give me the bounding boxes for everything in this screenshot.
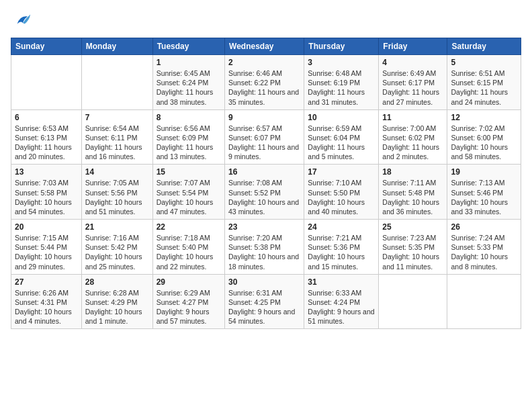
day-cell: 17Sunrise: 7:10 AM Sunset: 5:50 PM Dayli… (304, 165, 379, 220)
day-header-thursday: Thursday (304, 38, 379, 55)
day-cell: 21Sunrise: 7:16 AM Sunset: 5:42 PM Dayli… (81, 220, 152, 275)
day-cell: 25Sunrise: 7:23 AM Sunset: 5:35 PM Dayli… (379, 220, 447, 275)
day-info: Sunrise: 6:48 AM Sunset: 6:19 PM Dayligh… (308, 68, 375, 107)
day-info: Sunrise: 7:10 AM Sunset: 5:50 PM Dayligh… (308, 178, 375, 216)
day-header-sunday: Sunday (11, 38, 82, 55)
day-cell: 18Sunrise: 7:11 AM Sunset: 5:48 PM Dayli… (379, 165, 447, 220)
day-cell: 8Sunrise: 6:56 AM Sunset: 6:09 PM Daylig… (152, 109, 224, 165)
day-info: Sunrise: 7:13 AM Sunset: 5:46 PM Dayligh… (451, 178, 517, 216)
day-info: Sunrise: 7:07 AM Sunset: 5:54 PM Dayligh… (157, 178, 221, 216)
day-cell: 24Sunrise: 7:21 AM Sunset: 5:36 PM Dayli… (304, 220, 379, 275)
day-cell: 3Sunrise: 6:48 AM Sunset: 6:19 PM Daylig… (304, 55, 379, 110)
day-number: 28 (85, 277, 149, 287)
day-number: 22 (157, 222, 221, 232)
day-info: Sunrise: 7:21 AM Sunset: 5:36 PM Dayligh… (308, 233, 375, 271)
day-header-friday: Friday (379, 38, 447, 55)
day-cell: 16Sunrise: 7:08 AM Sunset: 5:52 PM Dayli… (225, 165, 304, 220)
week-row-3: 13Sunrise: 7:03 AM Sunset: 5:58 PM Dayli… (11, 165, 521, 220)
logo-bird-icon (13, 11, 32, 30)
day-cell (81, 55, 152, 110)
page-header (11, 11, 521, 30)
day-cell: 23Sunrise: 7:20 AM Sunset: 5:38 PM Dayli… (225, 220, 304, 275)
day-number: 11 (382, 113, 443, 122)
day-number: 9 (228, 113, 300, 122)
day-number: 24 (308, 222, 375, 232)
day-info: Sunrise: 7:00 AM Sunset: 6:02 PM Dayligh… (382, 124, 443, 162)
day-cell: 1Sunrise: 6:45 AM Sunset: 6:24 PM Daylig… (152, 55, 224, 110)
day-cell: 6Sunrise: 6:53 AM Sunset: 6:13 PM Daylig… (11, 109, 82, 165)
day-cell: 10Sunrise: 6:59 AM Sunset: 6:04 PM Dayli… (304, 109, 379, 165)
day-cell: 30Sunrise: 6:31 AM Sunset: 4:25 PM Dayli… (225, 274, 304, 329)
day-cell: 29Sunrise: 6:29 AM Sunset: 4:27 PM Dayli… (152, 274, 224, 329)
day-cell: 4Sunrise: 6:49 AM Sunset: 6:17 PM Daylig… (379, 55, 447, 110)
day-info: Sunrise: 7:05 AM Sunset: 5:56 PM Dayligh… (85, 178, 149, 216)
day-cell (11, 55, 82, 110)
day-info: Sunrise: 7:08 AM Sunset: 5:52 PM Dayligh… (228, 178, 300, 216)
day-header-saturday: Saturday (447, 38, 521, 55)
day-header-wednesday: Wednesday (225, 38, 304, 55)
day-number: 4 (382, 58, 443, 67)
day-number: 19 (451, 167, 517, 177)
day-info: Sunrise: 6:56 AM Sunset: 6:09 PM Dayligh… (157, 124, 221, 162)
day-number: 13 (15, 167, 78, 177)
day-info: Sunrise: 6:53 AM Sunset: 6:13 PM Dayligh… (15, 124, 78, 162)
day-cell: 12Sunrise: 7:02 AM Sunset: 6:00 PM Dayli… (447, 109, 521, 165)
day-info: Sunrise: 7:16 AM Sunset: 5:42 PM Dayligh… (85, 233, 149, 271)
calendar-header-row: SundayMondayTuesdayWednesdayThursdayFrid… (11, 38, 521, 55)
day-info: Sunrise: 6:31 AM Sunset: 4:25 PM Dayligh… (228, 288, 300, 326)
day-info: Sunrise: 7:15 AM Sunset: 5:44 PM Dayligh… (15, 233, 78, 271)
day-cell: 9Sunrise: 6:57 AM Sunset: 6:07 PM Daylig… (225, 109, 304, 165)
day-cell: 14Sunrise: 7:05 AM Sunset: 5:56 PM Dayli… (81, 165, 152, 220)
day-number: 25 (382, 222, 443, 232)
day-number: 8 (157, 113, 221, 122)
day-info: Sunrise: 7:18 AM Sunset: 5:40 PM Dayligh… (157, 233, 221, 271)
day-cell: 27Sunrise: 6:26 AM Sunset: 4:31 PM Dayli… (11, 274, 82, 329)
day-number: 27 (15, 277, 78, 287)
day-info: Sunrise: 6:49 AM Sunset: 6:17 PM Dayligh… (382, 68, 443, 107)
day-number: 7 (85, 113, 149, 122)
day-number: 18 (382, 167, 443, 177)
day-info: Sunrise: 7:23 AM Sunset: 5:35 PM Dayligh… (382, 233, 443, 271)
day-number: 31 (308, 277, 375, 287)
day-header-monday: Monday (81, 38, 152, 55)
day-info: Sunrise: 7:02 AM Sunset: 6:00 PM Dayligh… (451, 124, 517, 162)
day-info: Sunrise: 6:45 AM Sunset: 6:24 PM Dayligh… (157, 68, 221, 107)
day-info: Sunrise: 7:24 AM Sunset: 5:33 PM Dayligh… (451, 233, 517, 271)
week-row-1: 1Sunrise: 6:45 AM Sunset: 6:24 PM Daylig… (11, 55, 521, 110)
day-info: Sunrise: 6:54 AM Sunset: 6:11 PM Dayligh… (85, 124, 149, 162)
day-number: 29 (157, 277, 221, 287)
day-cell: 7Sunrise: 6:54 AM Sunset: 6:11 PM Daylig… (81, 109, 152, 165)
day-cell: 15Sunrise: 7:07 AM Sunset: 5:54 PM Dayli… (152, 165, 224, 220)
day-cell: 31Sunrise: 6:33 AM Sunset: 4:24 PM Dayli… (304, 274, 379, 329)
calendar-table: SundayMondayTuesdayWednesdayThursdayFrid… (11, 38, 521, 329)
day-number: 3 (308, 58, 375, 67)
day-info: Sunrise: 6:28 AM Sunset: 4:29 PM Dayligh… (85, 288, 149, 326)
day-cell: 28Sunrise: 6:28 AM Sunset: 4:29 PM Dayli… (81, 274, 152, 329)
day-info: Sunrise: 6:59 AM Sunset: 6:04 PM Dayligh… (308, 124, 375, 162)
day-number: 6 (15, 113, 78, 122)
day-number: 21 (85, 222, 149, 232)
day-info: Sunrise: 6:57 AM Sunset: 6:07 PM Dayligh… (228, 124, 300, 162)
week-row-4: 20Sunrise: 7:15 AM Sunset: 5:44 PM Dayli… (11, 220, 521, 275)
week-row-5: 27Sunrise: 6:26 AM Sunset: 4:31 PM Dayli… (11, 274, 521, 329)
day-info: Sunrise: 6:51 AM Sunset: 6:15 PM Dayligh… (451, 68, 517, 107)
day-number: 26 (451, 222, 517, 232)
logo (11, 11, 32, 30)
day-cell: 11Sunrise: 7:00 AM Sunset: 6:02 PM Dayli… (379, 109, 447, 165)
day-cell (447, 274, 521, 329)
day-cell: 19Sunrise: 7:13 AM Sunset: 5:46 PM Dayli… (447, 165, 521, 220)
day-info: Sunrise: 6:26 AM Sunset: 4:31 PM Dayligh… (15, 288, 78, 326)
day-cell (379, 274, 447, 329)
day-cell: 13Sunrise: 7:03 AM Sunset: 5:58 PM Dayli… (11, 165, 82, 220)
day-number: 16 (228, 167, 300, 177)
day-info: Sunrise: 6:33 AM Sunset: 4:24 PM Dayligh… (308, 288, 375, 326)
day-cell: 2Sunrise: 6:46 AM Sunset: 6:22 PM Daylig… (225, 55, 304, 110)
day-header-tuesday: Tuesday (152, 38, 224, 55)
week-row-2: 6Sunrise: 6:53 AM Sunset: 6:13 PM Daylig… (11, 109, 521, 165)
day-number: 20 (15, 222, 78, 232)
day-number: 17 (308, 167, 375, 177)
day-info: Sunrise: 7:11 AM Sunset: 5:48 PM Dayligh… (382, 178, 443, 216)
day-info: Sunrise: 6:29 AM Sunset: 4:27 PM Dayligh… (157, 288, 221, 326)
day-number: 2 (228, 58, 300, 67)
day-number: 14 (85, 167, 149, 177)
